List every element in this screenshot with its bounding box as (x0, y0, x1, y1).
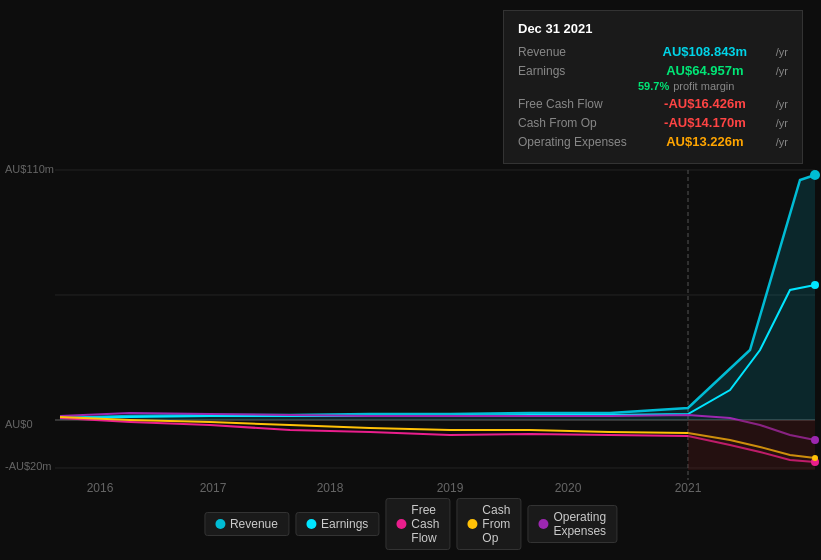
tooltip-row-opex: Operating Expenses AU$13.226m /yr (518, 134, 788, 149)
legend-item-fcf[interactable]: Free Cash Flow (385, 498, 450, 550)
x-label-2017: 2017 (200, 481, 227, 495)
tooltip-label-cfo: Cash From Op (518, 116, 638, 130)
legend-label-opex: Operating Expenses (553, 510, 606, 538)
tooltip-unit-cfo: /yr (776, 117, 788, 129)
tooltip-label-revenue: Revenue (518, 45, 638, 59)
tooltip-value-fcf: -AU$16.426m (664, 96, 746, 111)
legend-dot-cfo (467, 519, 477, 529)
tooltip-value-cfo: -AU$14.170m (664, 115, 746, 130)
revenue-line (60, 175, 815, 418)
opex-dot (811, 436, 819, 444)
legend-label-revenue: Revenue (230, 517, 278, 531)
legend-label-fcf: Free Cash Flow (411, 503, 439, 545)
legend: Revenue Earnings Free Cash Flow Cash Fro… (204, 498, 617, 550)
tooltip-unit-opex: /yr (776, 136, 788, 148)
legend-dot-fcf (396, 519, 406, 529)
x-label-2016: 2016 (87, 481, 114, 495)
earnings-dot (811, 281, 819, 289)
negative-area (688, 420, 815, 470)
revenue-dot (810, 170, 820, 180)
profit-margin-row: 59.7% profit margin (518, 80, 788, 92)
legend-item-revenue[interactable]: Revenue (204, 512, 289, 536)
chart-container: Dec 31 2021 Revenue AU$108.843m /yr Earn… (0, 0, 821, 560)
legend-dot-revenue (215, 519, 225, 529)
profit-margin-value: 59.7% (638, 80, 669, 92)
legend-item-cfo[interactable]: Cash From Op (456, 498, 521, 550)
x-label-2020: 2020 (555, 481, 582, 495)
tooltip-row-earnings: Earnings AU$64.957m /yr (518, 63, 788, 78)
profit-margin-label: profit margin (673, 80, 734, 92)
tooltip-box: Dec 31 2021 Revenue AU$108.843m /yr Earn… (503, 10, 803, 164)
revenue-area (60, 175, 815, 420)
tooltip-unit-revenue: /yr (776, 46, 788, 58)
legend-item-earnings[interactable]: Earnings (295, 512, 379, 536)
x-label-2018: 2018 (317, 481, 344, 495)
tooltip-value-earnings: AU$64.957m (666, 63, 743, 78)
tooltip-row-cfo: Cash From Op -AU$14.170m /yr (518, 115, 788, 130)
legend-dot-earnings (306, 519, 316, 529)
tooltip-title: Dec 31 2021 (518, 21, 788, 36)
tooltip-unit-earnings: /yr (776, 65, 788, 77)
x-label-2019: 2019 (437, 481, 464, 495)
tooltip-label-fcf: Free Cash Flow (518, 97, 638, 111)
tooltip-unit-fcf: /yr (776, 98, 788, 110)
tooltip-value-revenue: AU$108.843m (663, 44, 748, 59)
tooltip-label-opex: Operating Expenses (518, 135, 638, 149)
legend-label-earnings: Earnings (321, 517, 368, 531)
tooltip-value-opex: AU$13.226m (666, 134, 743, 149)
legend-label-cfo: Cash From Op (482, 503, 510, 545)
cfo-dot (812, 455, 818, 461)
x-label-2021: 2021 (675, 481, 702, 495)
tooltip-row-fcf: Free Cash Flow -AU$16.426m /yr (518, 96, 788, 111)
tooltip-label-earnings: Earnings (518, 64, 638, 78)
tooltip-row-revenue: Revenue AU$108.843m /yr (518, 44, 788, 59)
legend-dot-opex (538, 519, 548, 529)
legend-item-opex[interactable]: Operating Expenses (527, 505, 617, 543)
